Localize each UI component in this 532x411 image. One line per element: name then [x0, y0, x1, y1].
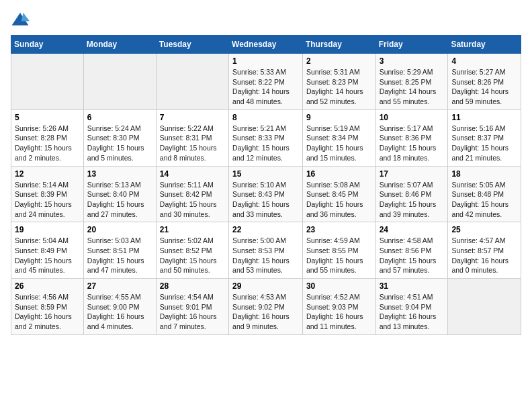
calendar-cell: 12Sunrise: 5:14 AMSunset: 8:39 PMDayligh… [11, 166, 84, 222]
cell-info: Sunset: 8:22 PM [232, 77, 299, 87]
cell-info: Sunset: 8:23 PM [306, 77, 372, 87]
week-row-0: 1Sunrise: 5:33 AMSunset: 8:22 PMDaylight… [11, 54, 521, 110]
header-thursday: Thursday [302, 36, 375, 54]
cell-info: Sunrise: 4:58 AM [380, 236, 445, 246]
calendar-cell: 8Sunrise: 5:21 AMSunset: 8:33 PMDaylight… [229, 109, 303, 166]
cell-info: Sunset: 8:46 PM [380, 189, 445, 199]
cell-info: Sunrise: 5:07 AM [380, 180, 445, 190]
cell-info: Sunrise: 5:19 AM [306, 124, 372, 134]
cell-info: Sunrise: 5:05 AM [451, 180, 517, 190]
calendar-cell: 16Sunrise: 5:08 AMSunset: 8:45 PMDayligh… [302, 166, 375, 222]
cell-info: Daylight: 16 hours and 4 minutes. [87, 312, 152, 331]
cell-info: Sunset: 8:56 PM [380, 246, 445, 256]
week-row-4: 26Sunrise: 4:56 AMSunset: 8:59 PMDayligh… [11, 279, 521, 335]
calendar-cell: 28Sunrise: 4:54 AMSunset: 9:01 PMDayligh… [156, 279, 228, 335]
cell-info: Sunset: 8:57 PM [451, 246, 517, 256]
cell-info: Sunset: 8:59 PM [15, 302, 80, 312]
cell-info: Sunrise: 5:29 AM [380, 67, 445, 77]
day-number: 24 [380, 225, 445, 234]
cell-info: Sunrise: 5:13 AM [87, 180, 152, 190]
header-sunday: Sunday [11, 36, 84, 54]
day-number: 5 [15, 113, 80, 122]
calendar-cell: 24Sunrise: 4:58 AMSunset: 8:56 PMDayligh… [375, 222, 448, 279]
cell-info: Daylight: 15 hours and 12 minutes. [232, 143, 299, 163]
calendar-cell: 3Sunrise: 5:29 AMSunset: 8:25 PMDaylight… [375, 54, 448, 110]
week-row-3: 19Sunrise: 5:04 AMSunset: 8:49 PMDayligh… [11, 222, 521, 279]
cell-info: Sunset: 8:52 PM [160, 246, 225, 256]
cell-info: Sunset: 8:31 PM [160, 133, 225, 143]
calendar-cell: 7Sunrise: 5:22 AMSunset: 8:31 PMDaylight… [156, 109, 228, 166]
cell-info: Daylight: 15 hours and 30 minutes. [160, 199, 225, 219]
logo [11, 11, 32, 30]
day-number: 14 [160, 169, 225, 179]
cell-info: Sunset: 8:26 PM [451, 77, 517, 87]
cell-info: Sunset: 8:45 PM [306, 189, 372, 199]
cell-info: Daylight: 15 hours and 21 minutes. [451, 143, 517, 163]
day-number: 22 [232, 225, 299, 234]
header-friday: Friday [375, 36, 448, 54]
cell-info: Sunrise: 5:02 AM [160, 236, 225, 246]
cell-info: Sunset: 8:30 PM [87, 133, 152, 143]
cell-info: Sunrise: 5:33 AM [232, 67, 299, 77]
header-monday: Monday [83, 36, 156, 54]
calendar-cell: 13Sunrise: 5:13 AMSunset: 8:40 PMDayligh… [83, 166, 156, 222]
cell-info: Sunrise: 4:56 AM [15, 292, 80, 302]
cell-info: Sunrise: 4:52 AM [306, 292, 372, 302]
day-number: 6 [87, 113, 152, 122]
calendar-cell: 18Sunrise: 5:05 AMSunset: 8:48 PMDayligh… [448, 166, 521, 222]
cell-info: Sunset: 8:25 PM [380, 77, 445, 87]
cell-info: Daylight: 15 hours and 39 minutes. [380, 199, 445, 219]
day-number: 27 [87, 281, 152, 291]
day-number: 12 [15, 169, 80, 179]
day-number: 4 [451, 56, 517, 66]
calendar-cell: 2Sunrise: 5:31 AMSunset: 8:23 PMDaylight… [302, 54, 375, 110]
cell-info: Sunset: 8:40 PM [87, 189, 152, 199]
cell-info: Sunrise: 5:27 AM [451, 67, 517, 77]
day-number: 26 [15, 281, 80, 291]
cell-info: Sunrise: 5:16 AM [451, 124, 517, 134]
cell-info: Daylight: 15 hours and 55 minutes. [306, 256, 372, 275]
cell-info: Sunset: 8:39 PM [15, 189, 80, 199]
day-number: 18 [451, 169, 517, 179]
cell-info: Sunset: 8:49 PM [15, 246, 80, 256]
cell-info: Sunrise: 5:08 AM [306, 180, 372, 190]
day-number: 23 [306, 225, 372, 234]
day-number: 3 [380, 56, 445, 66]
cell-info: Sunset: 8:43 PM [232, 189, 299, 199]
cell-info: Sunrise: 5:03 AM [87, 236, 152, 246]
cell-info: Sunrise: 4:51 AM [380, 292, 445, 302]
day-number: 13 [87, 169, 152, 179]
calendar-cell: 1Sunrise: 5:33 AMSunset: 8:22 PMDaylight… [229, 54, 303, 110]
day-number: 11 [451, 113, 517, 122]
cell-info: Sunrise: 5:04 AM [15, 236, 80, 246]
cell-info: Sunrise: 4:57 AM [451, 236, 517, 246]
calendar-cell: 23Sunrise: 4:59 AMSunset: 8:55 PMDayligh… [302, 222, 375, 279]
day-number: 1 [232, 56, 299, 66]
cell-info: Sunset: 8:28 PM [15, 133, 80, 143]
cell-info: Daylight: 15 hours and 27 minutes. [87, 199, 152, 219]
logo-icon [11, 11, 30, 30]
day-number: 30 [306, 281, 372, 291]
day-number: 10 [380, 113, 445, 122]
calendar-cell: 26Sunrise: 4:56 AMSunset: 8:59 PMDayligh… [11, 279, 84, 335]
calendar-cell: 27Sunrise: 4:55 AMSunset: 9:00 PMDayligh… [83, 279, 156, 335]
cell-info: Daylight: 15 hours and 24 minutes. [15, 199, 80, 219]
cell-info: Daylight: 15 hours and 45 minutes. [15, 256, 80, 275]
cell-info: Sunrise: 5:26 AM [15, 124, 80, 134]
cell-info: Sunrise: 5:24 AM [87, 124, 152, 134]
cell-info: Daylight: 15 hours and 47 minutes. [87, 256, 152, 275]
cell-info: Sunrise: 5:22 AM [160, 124, 225, 134]
cell-info: Daylight: 15 hours and 42 minutes. [451, 199, 517, 219]
calendar-cell: 9Sunrise: 5:19 AMSunset: 8:34 PMDaylight… [302, 109, 375, 166]
calendar-cell: 22Sunrise: 5:00 AMSunset: 8:53 PMDayligh… [229, 222, 303, 279]
calendar-cell: 25Sunrise: 4:57 AMSunset: 8:57 PMDayligh… [448, 222, 521, 279]
cell-info: Daylight: 14 hours and 59 minutes. [451, 87, 517, 106]
calendar-cell: 21Sunrise: 5:02 AMSunset: 8:52 PMDayligh… [156, 222, 228, 279]
cell-info: Sunrise: 5:11 AM [160, 180, 225, 190]
calendar-cell: 31Sunrise: 4:51 AMSunset: 9:04 PMDayligh… [375, 279, 448, 335]
cell-info: Daylight: 15 hours and 15 minutes. [306, 143, 372, 163]
calendar-cell: 15Sunrise: 5:10 AMSunset: 8:43 PMDayligh… [229, 166, 303, 222]
cell-info: Sunrise: 5:31 AM [306, 67, 372, 77]
cell-info: Daylight: 15 hours and 18 minutes. [380, 143, 445, 163]
cell-info: Sunset: 8:53 PM [232, 246, 299, 256]
